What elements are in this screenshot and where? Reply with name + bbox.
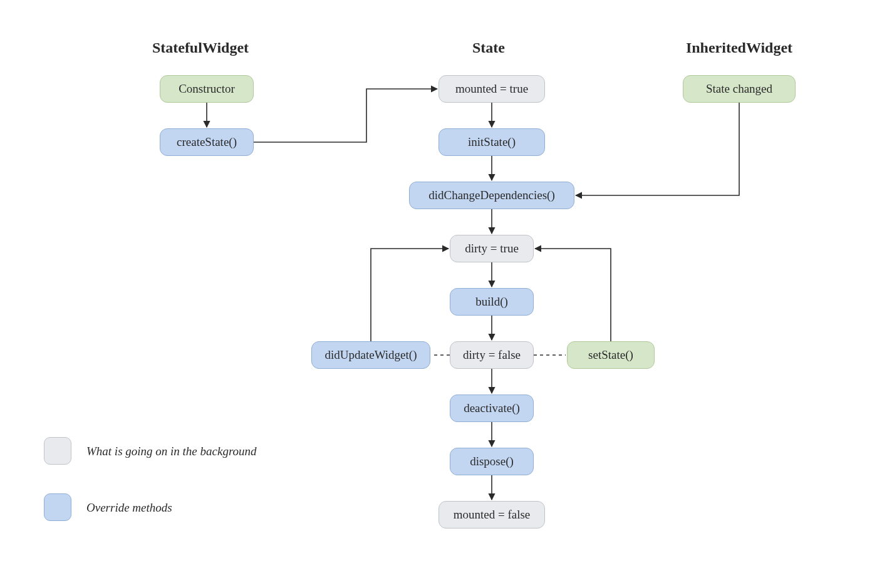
legend-label-background: What is going on in the background bbox=[86, 445, 257, 458]
legend-swatch-background bbox=[44, 437, 71, 465]
legend-swatch-override bbox=[44, 493, 71, 521]
node-dispose: dispose() bbox=[450, 448, 534, 475]
node-mounted-false: mounted = false bbox=[438, 501, 545, 529]
node-build: build() bbox=[450, 288, 534, 316]
node-constructor: Constructor bbox=[160, 75, 254, 103]
node-did-update-widget: didUpdateWidget() bbox=[311, 341, 430, 369]
heading-inherited-widget: InheritedWidget bbox=[658, 39, 821, 56]
node-init-state: initState() bbox=[438, 128, 545, 156]
heading-state: State bbox=[451, 39, 526, 56]
node-create-state: createState() bbox=[160, 128, 254, 156]
node-deactivate: deactivate() bbox=[450, 395, 534, 422]
node-dirty-false: dirty = false bbox=[450, 341, 534, 369]
edge-setstate-dirtytrue bbox=[535, 249, 611, 341]
node-mounted-true: mounted = true bbox=[438, 75, 545, 103]
node-did-change-dependencies: didChangeDependencies() bbox=[409, 182, 574, 209]
node-dirty-true: dirty = true bbox=[450, 235, 534, 262]
edge-createstate-mountedtrue bbox=[254, 89, 437, 142]
node-state-changed: State changed bbox=[683, 75, 796, 103]
heading-stateful-widget: StatefulWidget bbox=[113, 39, 288, 56]
edge-statechanged-didchangedeps bbox=[576, 103, 739, 195]
legend-label-override: Override methods bbox=[86, 501, 172, 515]
edge-didupdatewidget-dirtytrue bbox=[371, 249, 449, 341]
node-set-state: setState() bbox=[567, 341, 655, 369]
